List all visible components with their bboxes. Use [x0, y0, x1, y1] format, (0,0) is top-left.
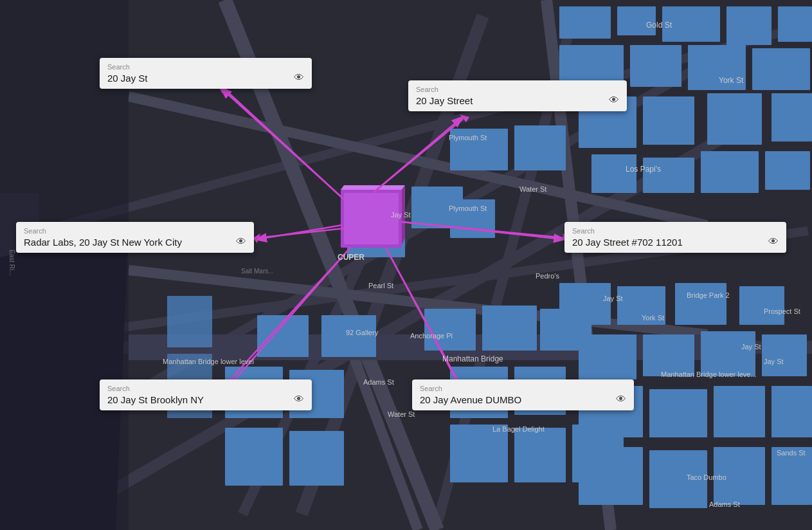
svg-rect-53 — [347, 212, 405, 257]
map-label-plymouth-st-2: Plymouth St — [449, 205, 487, 212]
map-label-jay-st-3: Jay St — [741, 343, 761, 351]
svg-marker-17 — [0, 225, 129, 530]
svg-rect-48 — [771, 386, 812, 437]
svg-rect-28 — [643, 96, 694, 145]
search-card-label-6: Search — [420, 385, 626, 392]
map-label-jay-st-2: Jay St — [603, 295, 623, 302]
eye-icon-5[interactable]: 👁 — [294, 394, 304, 405]
svg-line-85 — [386, 248, 463, 392]
svg-rect-64 — [540, 309, 591, 351]
map-label-pearl-st: Pearl St — [368, 282, 393, 289]
svg-rect-70 — [289, 431, 344, 486]
svg-rect-33 — [701, 151, 759, 193]
eye-icon-4[interactable]: 👁 — [768, 236, 779, 248]
map-label-water-st: Water St — [519, 185, 546, 193]
search-card-jay-st[interactable]: Search 20 Jay St 👁 — [100, 58, 312, 89]
svg-rect-35 — [450, 129, 508, 170]
svg-rect-24 — [630, 45, 681, 87]
map-label-la-bagel: La Bagel Delight — [492, 425, 545, 433]
search-card-radar-labs[interactable]: Search Radar Labs, 20 Jay St New York Ci… — [16, 222, 254, 253]
svg-line-81 — [402, 222, 566, 238]
map-label-plymouth-st-1: Plymouth St — [449, 134, 487, 142]
svg-rect-61 — [321, 315, 376, 357]
svg-rect-42 — [643, 334, 694, 376]
svg-rect-20 — [662, 6, 720, 42]
svg-line-77 — [373, 119, 463, 193]
map-label-92-gallery: 92 Gallery — [346, 329, 378, 336]
svg-rect-4 — [13, 24, 800, 242]
search-card-dumbo[interactable]: Search 20 Jay Avenue DUMBO 👁 — [412, 379, 634, 410]
map-label-manhattan-bridge: Manhattan Bridge — [442, 354, 503, 363]
map-container: Gold St York St Los Papi's Water St Jay … — [0, 0, 812, 530]
svg-marker-78 — [460, 114, 469, 122]
search-card-label-3: Search — [24, 227, 246, 235]
svg-rect-57 — [344, 193, 399, 244]
map-label-taco-dumbo: Taco Dumbo — [687, 473, 726, 481]
map-label-manhattan-bridge-lower-2: Manhattan Bridge lower leve... — [661, 370, 757, 378]
search-card-value-5: 20 Jay St Brooklyn NY — [107, 394, 287, 405]
search-card-brooklyn[interactable]: Search 20 Jay St Brooklyn NY 👁 — [100, 379, 312, 410]
map-label-adams-st: Adams St — [363, 378, 394, 386]
search-card-value-1: 20 Jay St — [107, 73, 287, 84]
svg-rect-72 — [514, 428, 566, 482]
map-label-york-st-2: York St — [642, 314, 664, 322]
svg-rect-15 — [129, 334, 707, 360]
eye-icon-2[interactable]: 👁 — [609, 95, 619, 106]
map-label-sands-st: Sands St — [777, 449, 806, 457]
svg-rect-31 — [591, 154, 636, 193]
svg-line-91 — [224, 248, 350, 392]
search-card-label-2: Search — [416, 86, 619, 93]
svg-rect-37 — [559, 283, 611, 325]
svg-rect-62 — [424, 309, 476, 351]
svg-rect-8 — [238, 206, 390, 516]
eye-icon-6[interactable]: 👁 — [616, 394, 626, 405]
search-card-label-4: Search — [572, 227, 779, 235]
search-card-value-6: 20 Jay Avenue DUMBO — [420, 394, 609, 405]
svg-rect-74 — [167, 296, 212, 347]
search-card-jay-street[interactable]: Search 20 Jay Street 👁 — [408, 80, 627, 111]
svg-rect-36 — [514, 125, 566, 170]
search-card-label-1: Search — [107, 63, 304, 71]
map-label-bridge-park: Bridge Park 2 — [687, 291, 730, 299]
svg-rect-52 — [771, 447, 812, 505]
svg-rect-40 — [739, 286, 784, 325]
eye-icon-3[interactable]: 👁 — [236, 236, 246, 248]
svg-rect-22 — [778, 6, 812, 42]
svg-line-83 — [219, 248, 350, 392]
svg-line-92 — [386, 248, 464, 392]
map-label-gold-st: Gold St — [646, 21, 672, 30]
svg-rect-1 — [51, 113, 761, 529]
svg-rect-19 — [617, 6, 656, 35]
map-label-pedros: Pedro's — [536, 272, 559, 280]
map-label-jay-st-4: Jay St — [764, 358, 784, 365]
svg-rect-30 — [771, 93, 812, 142]
svg-line-88 — [373, 118, 462, 193]
svg-rect-56 — [341, 190, 402, 248]
svg-line-12 — [129, 270, 707, 334]
map-label-east-river: East Ri... — [8, 250, 15, 276]
map-label-anchorage-pl: Anchorage Pl — [410, 332, 453, 340]
svg-rect-39 — [675, 283, 726, 325]
svg-rect-26 — [752, 48, 810, 90]
svg-marker-59 — [402, 185, 405, 244]
svg-rect-21 — [726, 6, 771, 45]
svg-line-90 — [402, 222, 563, 239]
map-label-salt-marsh: Salt Mars... — [241, 268, 274, 275]
svg-line-76 — [219, 84, 344, 199]
svg-rect-44 — [762, 334, 807, 376]
svg-rect-25 — [688, 45, 746, 90]
svg-rect-60 — [257, 315, 309, 357]
search-card-jay-702[interactable]: Search 20 Jay Street #702 11201 👁 — [564, 222, 786, 253]
svg-rect-38 — [617, 286, 665, 325]
svg-rect-43 — [701, 331, 755, 376]
search-card-value-3: Radar Labs, 20 Jay St New York City — [24, 237, 230, 248]
svg-line-87 — [222, 89, 344, 199]
svg-rect-54 — [411, 187, 463, 228]
eye-icon-1[interactable]: 👁 — [294, 72, 304, 84]
svg-rect-34 — [765, 151, 810, 190]
svg-rect-41 — [579, 334, 636, 379]
map-label-adams-st-2: Adams St — [709, 500, 740, 508]
svg-line-10 — [546, 0, 611, 530]
map-label-cuper: CUPER — [338, 253, 365, 262]
svg-rect-55 — [450, 199, 495, 238]
